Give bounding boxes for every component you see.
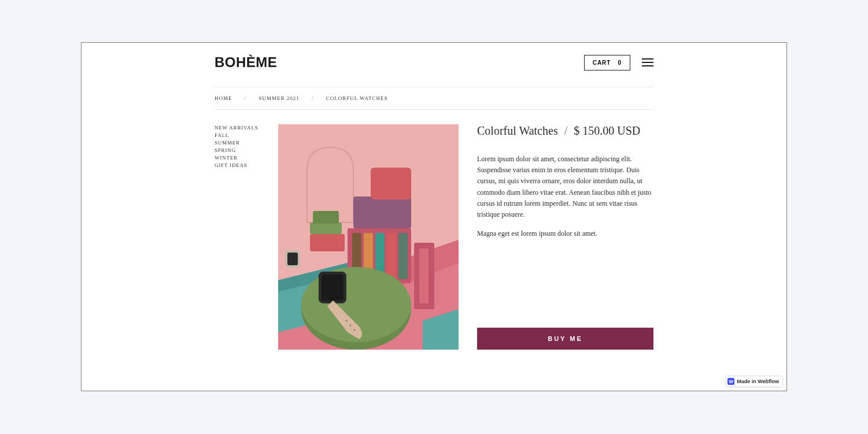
description-paragraph: Magna eget est lorem ipsum dolor sit ame… [477,228,653,239]
sidebar-item-fall[interactable]: FALL [215,132,278,139]
svg-rect-18 [419,248,429,303]
breadcrumb-category[interactable]: SUMMER 2021 [259,95,300,101]
category-sidebar: NEW ARRIVALS FALL SUMMER SPRING WINTER G… [215,124,278,350]
product-description: Lorem ipsum dolor sit amet, consectetur … [477,154,653,247]
product-info: Colorful Watches / $ 150.00 USD Lorem ip… [459,124,653,350]
svg-rect-22 [322,275,343,301]
breadcrumb-home[interactable]: HOME [215,95,232,101]
svg-rect-6 [353,196,411,228]
sidebar-item-gift-ideas[interactable]: GIFT IDEAS [215,162,278,169]
breadcrumb: HOME / SUMMER 2021 / COLORFUL WATCHES [215,87,653,110]
sidebar-item-spring[interactable]: SPRING [215,147,278,154]
svg-point-23 [346,320,348,322]
site-logo[interactable]: BOHÈME [215,54,277,71]
svg-point-24 [350,325,352,327]
breadcrumb-separator: / [245,95,247,101]
svg-rect-10 [310,234,345,251]
menu-icon[interactable] [642,58,653,66]
svg-rect-16 [398,233,408,279]
webflow-badge[interactable]: W Made in Webflow [725,376,783,387]
webflow-icon: W [727,378,734,385]
product-title-row: Colorful Watches / $ 150.00 USD [477,124,653,138]
buy-button[interactable]: BUY ME [477,328,653,350]
sidebar-item-summer[interactable]: SUMMER [215,139,278,147]
breadcrumb-separator: / [312,95,314,101]
header-actions: CART 0 [584,55,653,71]
description-paragraph: Lorem ipsum dolor sit amet, consectetur … [477,154,653,220]
product-image [278,124,459,350]
sidebar-item-new-arrivals[interactable]: NEW ARRIVALS [215,124,278,132]
svg-point-25 [354,329,356,331]
svg-rect-8 [310,222,342,234]
cart-count: 0 [618,60,622,66]
webflow-badge-text: Made in Webflow [737,379,779,384]
breadcrumb-current: COLORFUL WATCHES [326,95,388,101]
sidebar-item-winter[interactable]: WINTER [215,154,278,162]
svg-rect-27 [287,253,298,265]
product-title: Colorful Watches [477,124,558,137]
title-separator: / [564,124,568,137]
svg-rect-7 [371,168,411,199]
main-content: NEW ARRIVALS FALL SUMMER SPRING WINTER G… [82,110,786,350]
cart-label: CART [593,60,611,66]
svg-rect-15 [387,233,396,279]
header: BOHÈME CART 0 [82,43,786,71]
app-window: BOHÈME CART 0 HOME / SUMMER 2021 / COLOR… [81,42,787,391]
product-price: $ 150.00 USD [574,124,640,137]
cart-button[interactable]: CART 0 [584,55,630,71]
svg-rect-9 [313,211,339,224]
